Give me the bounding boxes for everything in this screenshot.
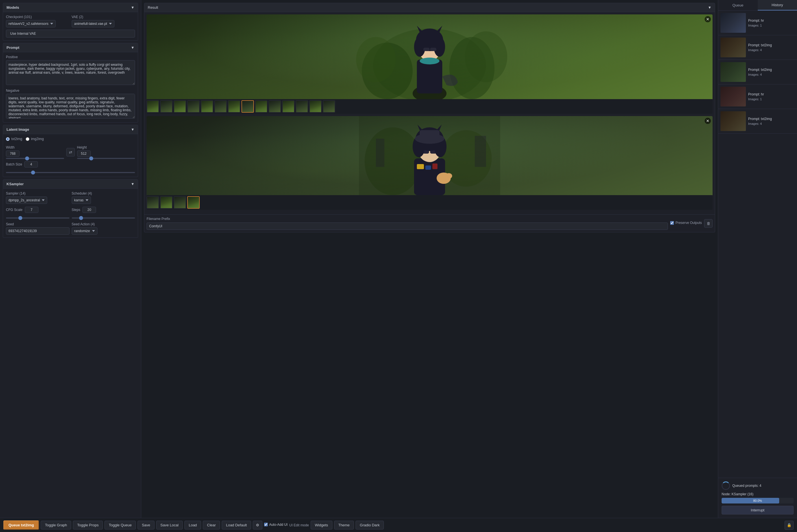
- lock-button[interactable]: 🔒: [784, 521, 794, 530]
- svg-point-26: [445, 173, 452, 179]
- seed-action-select[interactable]: randomize: [72, 227, 97, 235]
- bot-thumb-2[interactable]: [160, 196, 173, 209]
- latent-header[interactable]: Latent Image ▼: [3, 125, 138, 134]
- checkpoint-label: Checkpoint (101): [6, 15, 70, 19]
- latent-title: Latent Image: [6, 127, 29, 132]
- history-tab[interactable]: History: [758, 0, 797, 11]
- preserve-outputs-checkbox[interactable]: [670, 221, 674, 225]
- history-info-4: Prompt: hr Images: 1: [748, 87, 764, 107]
- history-item-3[interactable]: Prompt: txt2img Images: 4: [718, 60, 797, 84]
- thumb-item-3[interactable]: [174, 100, 186, 113]
- thumb-item-13[interactable]: [309, 100, 322, 113]
- thumb-item-7[interactable]: [228, 100, 240, 113]
- progress-bar-container: 80.0%: [722, 498, 794, 504]
- thumb-item-10[interactable]: [269, 100, 281, 113]
- gradio-dark-button[interactable]: Gradio Dark: [356, 521, 384, 530]
- swap-dimensions-button[interactable]: ⇄: [67, 148, 75, 156]
- bottom-image-close-button[interactable]: ✕: [705, 118, 711, 124]
- load-button[interactable]: Load: [185, 521, 201, 530]
- bottom-toolbar: Queue txt2img Toggle Graph Toggle Props …: [0, 518, 797, 532]
- history-item-1[interactable]: Prompt: hr Images: 1: [718, 11, 797, 35]
- vae-select[interactable]: animefull-latest.vae.pt: [72, 20, 114, 27]
- history-thumb-2: [720, 38, 746, 57]
- auto-add-ui-checkbox[interactable]: [264, 523, 268, 526]
- preserve-outputs-checkbox-label[interactable]: Preserve Outputs: [670, 221, 702, 225]
- steps-slider[interactable]: [72, 217, 135, 218]
- filename-prefix-input[interactable]: [147, 223, 668, 230]
- clear-button[interactable]: Clear: [203, 521, 220, 530]
- interrupt-button[interactable]: Interrupt: [722, 506, 794, 514]
- bottom-thumb-strip: [147, 195, 713, 210]
- top-thumb-strip: [147, 99, 713, 114]
- settings-icon-button[interactable]: ⚙: [253, 521, 262, 530]
- cfg-slider[interactable]: [6, 217, 70, 218]
- history-thumb-inner-3: [720, 62, 746, 82]
- seed-input[interactable]: [6, 227, 70, 235]
- spinner-icon: [722, 481, 730, 490]
- use-internal-vae-button[interactable]: Use Internal VAE: [6, 30, 135, 38]
- thumb-item-12[interactable]: [296, 100, 308, 113]
- models-header[interactable]: Models ▼: [3, 3, 138, 12]
- toggle-graph-button[interactable]: Toggle Graph: [41, 521, 71, 530]
- widgets-button[interactable]: Widgets: [311, 521, 333, 530]
- thumb-item-5[interactable]: [201, 100, 213, 113]
- batch-slider[interactable]: [6, 172, 135, 173]
- prompt-header[interactable]: Prompt ▼: [3, 43, 138, 52]
- auto-add-ui-label: Auto-Add UI: [269, 523, 287, 527]
- models-chevron: ▼: [131, 5, 134, 10]
- progress-bar-fill: [722, 498, 779, 504]
- positive-prompt-textarea[interactable]: [6, 60, 135, 85]
- height-slider[interactable]: [77, 158, 135, 159]
- img2img-radio[interactable]: [26, 137, 30, 141]
- top-image-display: [147, 14, 713, 99]
- theme-button[interactable]: Theme: [334, 521, 354, 530]
- latent-section: Latent Image ▼ txt2img img2img Wid: [3, 125, 138, 177]
- width-label: Width: [6, 146, 64, 149]
- save-local-button[interactable]: Save Local: [156, 521, 183, 530]
- img2img-option[interactable]: img2img: [26, 137, 44, 141]
- sampler-select[interactable]: dpmpp_2s_ancestral: [6, 196, 47, 204]
- width-slider[interactable]: [6, 158, 64, 159]
- thumb-item-9[interactable]: [255, 100, 267, 113]
- txt2img-option[interactable]: txt2img: [6, 137, 22, 141]
- latent-chevron: ▼: [131, 127, 134, 132]
- top-image-close-button[interactable]: ✕: [705, 16, 711, 22]
- center-panel: Result ▼ ✕: [141, 0, 718, 518]
- ksampler-header[interactable]: KSampler ▼: [3, 179, 138, 189]
- thumb-item-1[interactable]: [147, 100, 159, 113]
- result-header: Result ▼: [144, 3, 715, 12]
- save-button[interactable]: Save: [137, 521, 154, 530]
- txt2img-radio[interactable]: [6, 137, 10, 141]
- auto-add-ui-checkbox-label[interactable]: Auto-Add UI: [264, 523, 287, 527]
- toggle-props-button[interactable]: Toggle Props: [73, 521, 103, 530]
- queue-txt2img-button[interactable]: Queue txt2img: [3, 520, 39, 530]
- bot-thumb-4[interactable]: [187, 196, 200, 209]
- history-item-4[interactable]: Prompt: hr Images: 1: [718, 84, 797, 109]
- negative-prompt-textarea[interactable]: [6, 94, 135, 119]
- queue-tab[interactable]: Queue: [718, 0, 758, 11]
- steps-label: Steps: [72, 208, 80, 212]
- load-default-button[interactable]: Load Default: [222, 521, 251, 530]
- thumb-item-6[interactable]: [214, 100, 227, 113]
- thumb-item-11[interactable]: [282, 100, 295, 113]
- thumb-item-4[interactable]: [187, 100, 200, 113]
- thumb-item-14[interactable]: [323, 100, 335, 113]
- seed-field: Seed: [6, 222, 70, 235]
- toggle-queue-button[interactable]: Toggle Queue: [105, 521, 136, 530]
- thumb-item-2[interactable]: [160, 100, 173, 113]
- bot-thumb-3[interactable]: [174, 196, 186, 209]
- history-prompt-5: Prompt: txt2img: [748, 117, 772, 121]
- svg-rect-24: [432, 164, 437, 169]
- scheduler-select[interactable]: karras: [72, 196, 91, 204]
- result-content: ✕: [144, 12, 715, 215]
- latent-mode-group: txt2img img2img: [6, 137, 135, 142]
- bot-thumb-1[interactable]: [147, 196, 159, 209]
- history-item-5[interactable]: Prompt: txt2img Images: 4: [718, 109, 797, 134]
- preserve-outputs-label: Preserve Outputs: [676, 221, 702, 225]
- delete-output-button[interactable]: 🗑: [704, 219, 713, 228]
- cfg-value: 7: [25, 207, 38, 213]
- result-section: Result ▼ ✕: [144, 3, 715, 232]
- thumb-item-8[interactable]: [242, 100, 254, 113]
- history-item-2[interactable]: Prompt: txt2img Images: 4: [718, 35, 797, 60]
- checkpoint-select[interactable]: refslaveV2_v2.safetensors: [6, 20, 56, 27]
